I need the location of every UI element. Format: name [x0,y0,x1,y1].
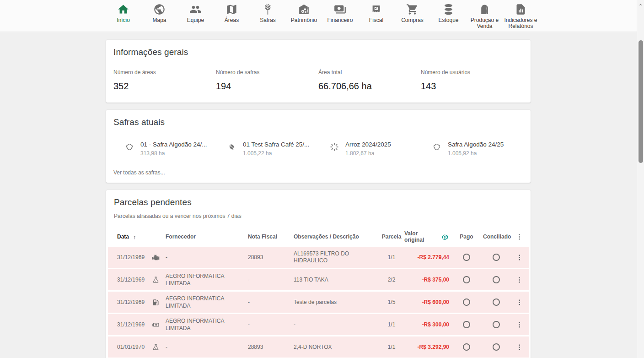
row-menu-button[interactable] [514,342,525,353]
conciliado-checkbox[interactable] [493,321,500,328]
nav-item-label: Fiscal [369,17,383,23]
row-menu-button[interactable] [514,252,525,263]
season-item[interactable]: 01 Test Safra Café 25/...1.005,22 ha [216,141,318,157]
row-menu-button[interactable] [514,275,525,285]
nav-item-label: Financeiro [327,17,353,23]
conciliado-checkbox[interactable] [493,276,500,283]
nav-item-label: Safras [260,17,276,23]
nav-item-label: Produção e Venda [467,17,503,29]
stack-icon [442,3,455,16]
report-icon [515,3,527,16]
stat-item: Número de usuários143 [421,69,523,92]
table-row[interactable]: 31/12/1969AEGRO INFORMATICA LIMITADA-Tes… [108,292,529,313]
pago-checkbox[interactable] [463,276,470,283]
pending-installments-subtitle: Parcelas atrasadas ou a vencer nos próxi… [106,213,531,219]
nav-item-label: Indicadores e Relatórios [503,17,539,29]
stat-value: 352 [113,81,216,92]
column-header-conciliado[interactable]: Conciliado [483,233,510,240]
nav-item-financeiro[interactable]: Financeiro [322,3,358,23]
conciliado-checkbox[interactable] [493,343,500,351]
cell-supplier: - [166,254,248,261]
cell-description: 2,4-D NORTOX [294,344,379,351]
nav-item-label: Estoque [438,17,458,23]
barn-tractor-icon [298,3,310,16]
cell-date: 31/12/1969 [117,321,152,328]
cell-invoice: - [248,321,294,328]
top-nav: InícioMapaEquipeÁreasSafrasPatrimônioFin… [0,0,644,32]
cell-value: -R$ 375,00 [404,277,450,283]
nav-item-estoque[interactable]: Estoque [431,3,467,23]
engine-icon [152,254,160,261]
nav-item-inicio[interactable]: Início [106,3,141,23]
column-header-observacoes[interactable]: Observações / Descrição [294,233,379,240]
season-item[interactable]: Arroz 2024/20251.802,67 ha [318,141,421,157]
table-menu-button[interactable] [514,232,525,242]
nav-item-equipe[interactable]: Equipe [178,3,214,23]
nav-item-mapa[interactable]: Mapa [142,3,177,23]
table-row[interactable]: 31/12/1969-28893AL169573 FILTRO DO HIDRA… [108,247,529,268]
general-info-title: Informações gerais [113,47,523,57]
stat-label: Número de usuários [421,69,523,76]
scrollbar-thumb[interactable] [639,40,643,163]
flask-icon [152,343,160,351]
flask-icon [152,276,160,284]
cotton-icon [124,142,134,152]
cell-supplier: AEGRO INFORMATICA LIMITADA [166,317,248,332]
nav-item-producao-e-venda[interactable]: Produção e Venda [467,3,503,29]
pending-installments-title: Parcelas pendentes [106,197,531,207]
nav-item-areas[interactable]: Áreas [214,3,250,23]
scrollbar[interactable] [637,0,644,358]
banknote-icon [152,321,160,329]
cell-date: 31/12/1969 [117,254,152,260]
column-header-valor-label: Valor original [404,230,439,243]
column-header-pago[interactable]: Pago [450,233,483,240]
table-row[interactable]: 31/12/1969AEGRO INFORMATICA LIMITADA-113… [108,269,529,290]
cell-value: -R$ 3.292,90 [404,344,450,350]
kebab-icon [515,254,523,261]
stat-label: Área total [318,69,421,76]
season-area: 1.005,92 ha [448,150,504,157]
column-header-nota-fiscal[interactable]: Nota Fiscal [248,233,294,240]
stat-value: 66.706,66 ha [318,81,421,92]
pago-checkbox[interactable] [463,321,470,328]
pago-checkbox[interactable] [463,254,470,261]
row-menu-button[interactable] [514,297,525,308]
nav-item-fiscal[interactable]: Fiscal [359,3,394,23]
pago-checkbox[interactable] [463,298,470,306]
column-header-data[interactable]: Data ↑ [117,233,152,240]
cell-installment: 1/1 [379,344,404,350]
column-header-fornecedor[interactable]: Fornecedor [166,233,248,240]
map-icon [225,3,238,16]
globe-icon [153,3,166,16]
nav-item-label: Mapa [152,17,166,23]
nav-item-indicadores-e-relatorios[interactable]: Indicadores e Relatórios [503,3,539,29]
column-header-data-label: Data [117,233,129,240]
season-name: Arroz 2024/2025 [345,141,391,148]
cell-installment: 2/2 [379,277,404,283]
nav-item-safras[interactable]: Safras [250,3,286,23]
stat-item: Número de áreas352 [113,69,216,92]
season-text: Safra Algodão 24/251.005,92 ha [448,141,504,157]
cell-installment: 1/1 [379,254,404,260]
column-header-valor-original[interactable]: Valor original $ [404,230,450,243]
stat-label: Número de safras [216,69,318,76]
nav-item-patrimonio[interactable]: Patrimônio [286,3,322,23]
cotton-icon [432,142,442,152]
row-menu-button[interactable] [514,320,525,330]
installments-table-body: 31/12/1969-28893AL169573 FILTRO DO HIDRA… [106,247,531,358]
season-area: 1.005,22 ha [243,150,309,157]
nav-item-compras[interactable]: Compras [395,3,430,23]
sort-ascending-icon[interactable]: ↑ [133,233,136,240]
kebab-icon [515,276,523,284]
conciliado-checkbox[interactable] [493,254,500,261]
season-item[interactable]: Safra Algodão 24/251.005,92 ha [421,141,523,157]
season-item[interactable]: 01 - Safra Algodão 24/...313,98 ha [113,141,216,157]
view-all-seasons-link[interactable]: Ver todas as safras... [113,169,165,176]
table-row[interactable]: 31/12/1969AEGRO INFORMATICA LIMITADA--1/… [108,314,529,335]
table-row[interactable]: 01/01/1970-288932,4-D NORTOX1/1-R$ 3.292… [108,336,529,358]
scroll-up-icon[interactable] [637,0,644,8]
column-header-parcela[interactable]: Parcela [379,233,404,240]
conciliado-checkbox[interactable] [493,298,500,306]
stat-label: Número de áreas [113,69,216,76]
pago-checkbox[interactable] [463,343,470,351]
